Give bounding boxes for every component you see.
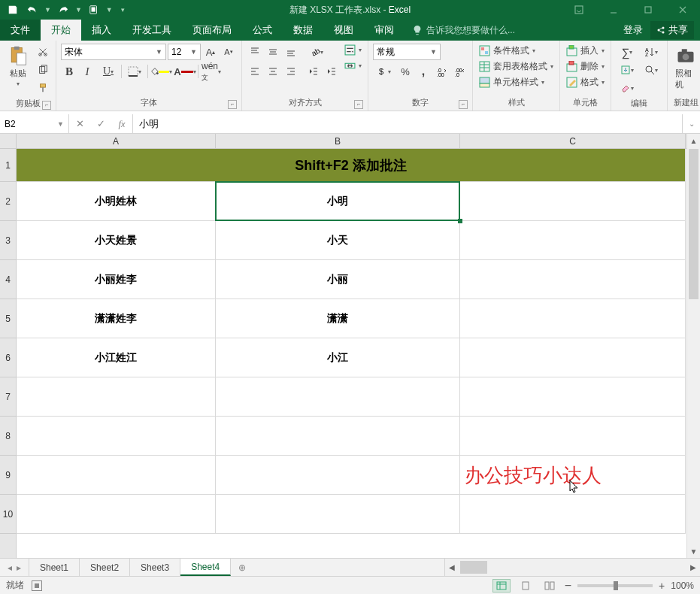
- fill-button[interactable]: ▾: [616, 62, 638, 78]
- row-header[interactable]: 5: [0, 299, 16, 338]
- column-header[interactable]: A: [17, 134, 216, 148]
- tab-page-layout[interactable]: 页面布局: [182, 20, 242, 41]
- column-headers[interactable]: ABC: [17, 134, 686, 149]
- format-as-table-button[interactable]: 套用表格格式▾: [477, 59, 555, 74]
- cell[interactable]: [17, 456, 216, 495]
- share-button[interactable]: 共享: [650, 21, 694, 39]
- column-header[interactable]: C: [460, 134, 686, 148]
- conditional-format-button[interactable]: 条件格式▾: [477, 44, 555, 58]
- number-dialog-launcher[interactable]: ⌐: [459, 100, 468, 109]
- align-left-button[interactable]: [247, 63, 263, 80]
- cell[interactable]: 小天: [216, 221, 460, 260]
- cell[interactable]: 小丽: [216, 260, 460, 299]
- underline-button[interactable]: U ▾: [97, 63, 120, 80]
- cell[interactable]: [460, 260, 686, 299]
- zoom-level[interactable]: 100%: [671, 580, 694, 591]
- sheet-nav[interactable]: ◂▸: [0, 559, 29, 576]
- redo-button[interactable]: [55, 2, 71, 18]
- cancel-edit-button[interactable]: ✕: [69, 118, 90, 129]
- vscroll-thumb[interactable]: [689, 149, 698, 299]
- accounting-format-button[interactable]: $▾: [373, 63, 395, 80]
- cell[interactable]: 潇潇: [216, 299, 460, 338]
- align-right-button[interactable]: [283, 63, 299, 80]
- page-break-view-button[interactable]: [541, 579, 559, 592]
- cell[interactable]: [460, 495, 686, 534]
- maximize-button[interactable]: [631, 0, 665, 20]
- touch-mode-button[interactable]: [86, 2, 102, 18]
- number-format-combo[interactable]: 常规▼: [373, 44, 441, 60]
- sign-in-link[interactable]: 登录: [623, 23, 643, 37]
- ribbon-options-button[interactable]: [562, 0, 596, 20]
- vertical-scrollbar[interactable]: ▲ ▼: [686, 134, 700, 558]
- row-header[interactable]: 1: [0, 149, 16, 182]
- tab-developer[interactable]: 开发工具: [122, 20, 182, 41]
- row-header[interactable]: 2: [0, 182, 16, 221]
- horizontal-scrollbar[interactable]: ◀ ▶: [444, 559, 700, 576]
- dropdown-caret[interactable]: ▼: [44, 6, 51, 14]
- format-painter-button[interactable]: [35, 80, 51, 96]
- delete-cells-button[interactable]: 删除▾: [565, 59, 606, 74]
- cell-styles-button[interactable]: 单元格样式▾: [477, 75, 555, 89]
- font-dialog-launcher[interactable]: ⌐: [228, 100, 237, 109]
- align-center-button[interactable]: [265, 63, 281, 80]
- cell[interactable]: [460, 377, 686, 417]
- cell[interactable]: 小明: [216, 182, 460, 221]
- minimize-button[interactable]: [596, 0, 631, 20]
- cell[interactable]: 小丽姓李: [17, 260, 216, 299]
- merged-header-cell[interactable]: Shift+F2 添加批注: [17, 149, 686, 182]
- formula-input[interactable]: 小明: [133, 114, 682, 133]
- tab-formulas[interactable]: 公式: [242, 20, 283, 41]
- sheet-tab[interactable]: Sheet4: [180, 559, 231, 576]
- tab-home[interactable]: 开始: [41, 20, 81, 41]
- fill-handle[interactable]: [458, 219, 462, 223]
- cell[interactable]: [460, 299, 686, 338]
- cell[interactable]: [460, 338, 686, 377]
- copy-button[interactable]: [35, 62, 51, 78]
- cell[interactable]: 小明姓林: [17, 182, 216, 221]
- cell[interactable]: [216, 417, 460, 456]
- align-top-button[interactable]: [247, 44, 263, 60]
- scroll-right-button[interactable]: ▶: [686, 559, 700, 576]
- cell[interactable]: 小天姓景: [17, 221, 216, 260]
- clipboard-dialog-launcher[interactable]: ⌐: [42, 101, 51, 110]
- row-header[interactable]: 4: [0, 260, 16, 299]
- increase-font-button[interactable]: A▴: [202, 44, 219, 60]
- cut-button[interactable]: [35, 44, 51, 60]
- format-cells-button[interactable]: 格式▾: [565, 75, 606, 89]
- insert-cells-button[interactable]: 插入▾: [565, 44, 606, 58]
- align-middle-button[interactable]: [265, 44, 281, 60]
- hscroll-thumb[interactable]: [460, 561, 487, 574]
- decrease-font-button[interactable]: A▾: [220, 44, 237, 60]
- tab-view[interactable]: 视图: [323, 20, 364, 41]
- undo-button[interactable]: [24, 2, 41, 18]
- cell[interactable]: [460, 182, 686, 221]
- page-layout-view-button[interactable]: [517, 579, 535, 592]
- scroll-up-button[interactable]: ▲: [687, 134, 700, 147]
- zoom-slider[interactable]: [577, 584, 653, 587]
- row-header[interactable]: 6: [0, 338, 16, 377]
- font-name-combo[interactable]: 宋体▼: [61, 44, 166, 60]
- sheet-tab[interactable]: Sheet2: [80, 559, 130, 576]
- row-headers[interactable]: 12345678910: [0, 149, 17, 558]
- find-select-button[interactable]: ▾: [640, 62, 662, 78]
- cell[interactable]: 小江: [216, 338, 460, 377]
- cell[interactable]: [17, 417, 216, 456]
- tab-data[interactable]: 数据: [283, 20, 323, 41]
- cell[interactable]: [460, 221, 686, 260]
- row-header[interactable]: 9: [0, 456, 16, 495]
- align-bottom-button[interactable]: [283, 44, 299, 60]
- paste-button[interactable]: 粘贴 ▾: [5, 44, 32, 89]
- cell[interactable]: [17, 495, 216, 534]
- scroll-left-button[interactable]: ◀: [445, 559, 459, 576]
- cell[interactable]: [216, 456, 460, 495]
- percent-button[interactable]: %: [397, 63, 414, 80]
- increase-decimal-button[interactable]: .0.00: [433, 63, 450, 80]
- font-size-combo[interactable]: 12▼: [168, 44, 201, 60]
- macro-record-button[interactable]: [32, 580, 42, 591]
- fill-color-button[interactable]: ▾: [150, 63, 172, 80]
- name-box[interactable]: B2▼: [0, 114, 69, 133]
- cell[interactable]: 潇潇姓李: [17, 299, 216, 338]
- confirm-edit-button[interactable]: ✓: [90, 118, 111, 129]
- dropdown-caret[interactable]: ▼: [75, 6, 82, 14]
- italic-button[interactable]: I: [79, 63, 95, 80]
